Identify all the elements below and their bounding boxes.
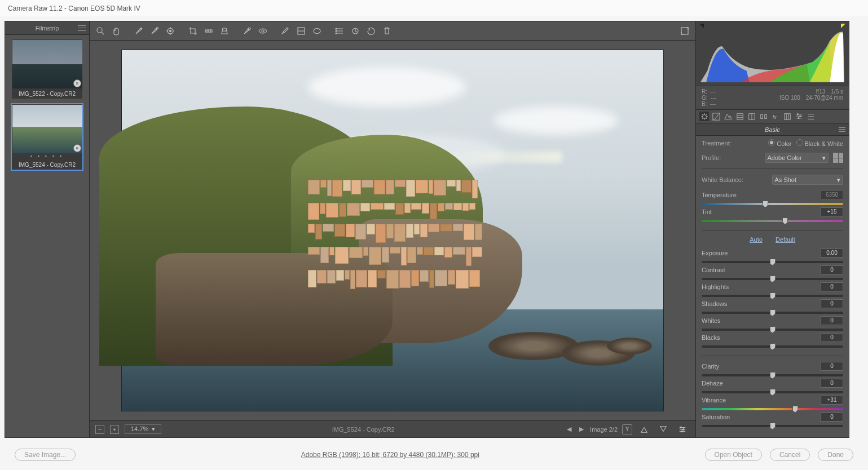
next-image-button[interactable]: ▶ bbox=[578, 425, 585, 433]
targeted-adjustment-tool-icon[interactable] bbox=[163, 24, 178, 38]
vibrance-slider[interactable]: Vibrance +31 bbox=[702, 396, 843, 413]
highlights-track[interactable] bbox=[702, 292, 843, 299]
transform-tool-icon[interactable] bbox=[217, 24, 232, 38]
filmstrip-thumb[interactable]: ≡ • • • • • IMG_5524 - Copy.CR2 bbox=[12, 104, 82, 170]
highlight-clipping-toggle-icon[interactable] bbox=[637, 422, 651, 437]
shadows-value[interactable]: 0 bbox=[821, 299, 843, 308]
vibrance-track[interactable] bbox=[702, 406, 843, 413]
tab-lens-icon[interactable] bbox=[759, 112, 768, 121]
contrast-slider[interactable]: Contrast 0 bbox=[702, 265, 843, 282]
tint-track[interactable] bbox=[702, 218, 843, 224]
saturation-value[interactable]: 0 bbox=[821, 413, 843, 422]
temperature-value[interactable]: 6350 bbox=[821, 190, 843, 199]
tab-splittone-icon[interactable] bbox=[747, 112, 756, 121]
treatment-color-radio[interactable]: Color bbox=[768, 139, 791, 147]
shadows-track[interactable] bbox=[702, 309, 843, 316]
histogram[interactable] bbox=[696, 21, 849, 86]
dehaze-slider[interactable]: Dehaze 0 bbox=[702, 379, 843, 396]
spot-removal-tool-icon[interactable] bbox=[240, 24, 254, 38]
tab-basic-icon[interactable] bbox=[699, 112, 709, 121]
clarity-slider[interactable]: Clarity 0 bbox=[702, 362, 843, 379]
hand-tool-icon[interactable] bbox=[109, 24, 124, 38]
image-canvas-area[interactable] bbox=[90, 41, 695, 420]
contrast-value[interactable]: 0 bbox=[821, 265, 843, 274]
blacks-track[interactable] bbox=[702, 343, 843, 350]
dehaze-value[interactable]: 0 bbox=[821, 379, 843, 388]
tint-value[interactable]: +15 bbox=[821, 207, 843, 216]
cancel-button[interactable]: Cancel bbox=[770, 449, 810, 461]
open-object-button[interactable]: Open Object bbox=[705, 449, 762, 461]
tint-slider[interactable]: Tint +15 bbox=[702, 207, 843, 224]
shadows-slider[interactable]: Shadows 0 bbox=[702, 299, 843, 316]
auto-tone-link[interactable]: Auto bbox=[750, 236, 763, 243]
wb-dropdown[interactable]: As Shot▾ bbox=[772, 175, 844, 185]
trash-icon[interactable] bbox=[380, 24, 394, 38]
white-balance-tool-icon[interactable] bbox=[131, 24, 146, 38]
tab-presets-icon[interactable] bbox=[794, 112, 804, 121]
prev-image-button[interactable]: ◀ bbox=[565, 425, 573, 433]
temperature-track[interactable] bbox=[702, 201, 843, 207]
contrast-track[interactable] bbox=[702, 276, 843, 282]
thumb-label: IMG_5522 - Copy.CR2 bbox=[12, 88, 82, 98]
tab-hsl-icon[interactable] bbox=[735, 112, 744, 121]
exposure-value[interactable]: 0.00 bbox=[821, 249, 843, 258]
profile-dropdown[interactable]: Adobe Color▾ bbox=[765, 153, 829, 163]
red-eye-tool-icon[interactable] bbox=[255, 24, 270, 38]
zoom-in-button[interactable]: + bbox=[110, 425, 119, 434]
blacks-value[interactable]: 0 bbox=[821, 333, 843, 342]
blacks-slider[interactable]: Blacks 0 bbox=[702, 333, 843, 350]
tab-snapshots-icon[interactable] bbox=[806, 112, 816, 121]
vibrance-value[interactable]: +31 bbox=[821, 396, 843, 405]
profile-browser-icon[interactable] bbox=[833, 153, 843, 163]
presets-list-icon[interactable] bbox=[332, 24, 347, 38]
whites-slider[interactable]: Whites 0 bbox=[702, 316, 843, 333]
tab-detail-icon[interactable] bbox=[723, 112, 733, 121]
clarity-track[interactable] bbox=[702, 372, 843, 379]
dehaze-track[interactable] bbox=[702, 389, 843, 396]
snapshots-icon[interactable] bbox=[348, 24, 363, 38]
straighten-tool-icon[interactable] bbox=[201, 24, 216, 38]
fullscreen-toggle-icon[interactable] bbox=[677, 24, 692, 38]
panel-menu-icon[interactable] bbox=[839, 127, 845, 132]
thumb-rating-dots[interactable]: • • • • • bbox=[12, 153, 82, 159]
before-after-toggle-icon[interactable]: Y bbox=[622, 424, 632, 434]
tab-calibration-icon[interactable] bbox=[782, 112, 792, 121]
zoom-dropdown[interactable]: 14.7% ▾ bbox=[125, 424, 161, 434]
save-image-button[interactable]: Save Image... bbox=[15, 449, 76, 461]
temperature-slider[interactable]: Temperature 6350 bbox=[702, 190, 843, 207]
radial-filter-tool-icon[interactable] bbox=[310, 24, 324, 38]
color-sampler-tool-icon[interactable] bbox=[147, 24, 162, 38]
shadow-clipping-toggle-icon[interactable] bbox=[656, 422, 671, 437]
tab-tonecurve-icon[interactable] bbox=[711, 112, 721, 121]
thumb-settings-badge[interactable]: ≡ bbox=[73, 144, 81, 152]
highlights-value[interactable]: 0 bbox=[821, 282, 843, 291]
iso-readout: ISO 100 bbox=[779, 95, 800, 101]
highlights-slider[interactable]: Highlights 0 bbox=[702, 282, 843, 299]
filmstrip-menu-icon[interactable] bbox=[78, 25, 86, 31]
adjustment-brush-tool-icon[interactable] bbox=[278, 24, 293, 38]
crop-tool-icon[interactable] bbox=[186, 24, 200, 38]
clarity-value[interactable]: 0 bbox=[821, 362, 843, 371]
exposure-track[interactable] bbox=[702, 259, 843, 265]
thumb-settings-badge[interactable]: ≡ bbox=[73, 79, 81, 87]
whites-value[interactable]: 0 bbox=[821, 316, 843, 325]
treatment-bw-radio[interactable]: Black & White bbox=[796, 139, 843, 147]
zoom-tool-icon[interactable] bbox=[93, 24, 108, 38]
saturation-slider[interactable]: Saturation 0 bbox=[702, 413, 843, 429]
rotate-ccw-icon[interactable] bbox=[364, 24, 378, 38]
zoom-out-button[interactable]: − bbox=[95, 425, 104, 434]
filmstrip-title: Filmstrip bbox=[36, 25, 59, 32]
whites-track[interactable] bbox=[702, 326, 843, 333]
graduated-filter-tool-icon[interactable] bbox=[294, 24, 309, 38]
default-tone-link[interactable]: Default bbox=[776, 236, 795, 243]
workflow-options-link[interactable]: Adobe RGB (1998); 16 bit; 6720 by 4480 (… bbox=[76, 451, 705, 459]
shadow-clip-warning-icon[interactable] bbox=[699, 24, 704, 28]
filmstrip-thumb[interactable]: ≡ IMG_5522 - Copy.CR2 bbox=[12, 39, 82, 99]
highlight-clip-warning-icon[interactable] bbox=[841, 24, 845, 28]
preview-preferences-icon[interactable] bbox=[675, 422, 690, 437]
saturation-track[interactable] bbox=[702, 423, 843, 429]
tab-effects-icon[interactable]: fx bbox=[770, 112, 780, 121]
svg-point-1 bbox=[157, 27, 158, 29]
exposure-slider[interactable]: Exposure 0.00 bbox=[702, 249, 843, 265]
done-button[interactable]: Done bbox=[818, 449, 853, 461]
